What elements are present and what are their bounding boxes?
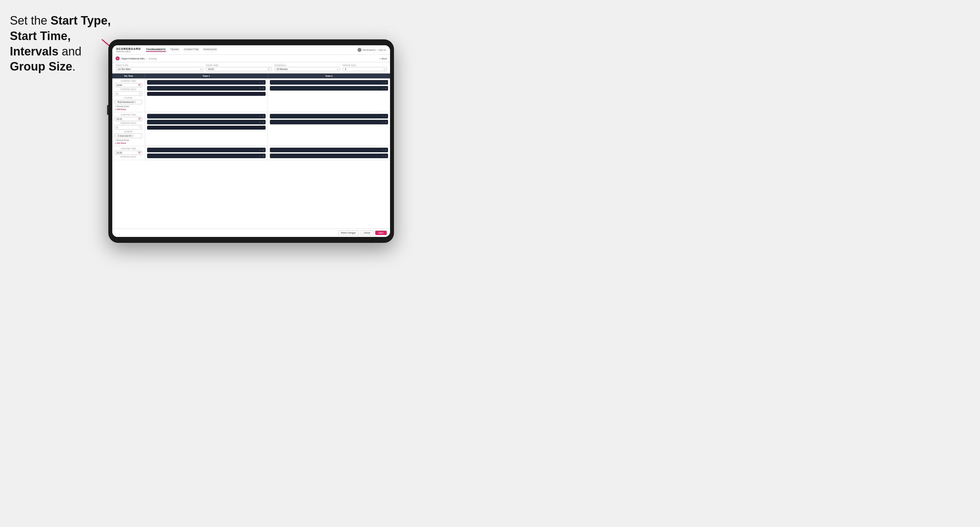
x-icon-8[interactable]: ✕ xyxy=(382,121,383,123)
nav-links: TOURNAMENTS TEAMS COMMITTEE RANKINGS xyxy=(146,48,358,52)
settings-icon-9[interactable]: ⚙ xyxy=(262,149,264,151)
remove-group-btn-1[interactable]: ○Remove Group xyxy=(115,105,142,107)
groups-content: STARTING TIME: 10:00 ⏰ STARTING HOLE: 1 … xyxy=(112,78,390,229)
intervals-value: 10 Minutes xyxy=(277,68,288,70)
player-slot-5-2: ✕ ⚙ xyxy=(147,154,266,158)
course-input-1[interactable]: ⚑ (A) Peachtree GC ✕ xyxy=(115,100,142,104)
group-size-select[interactable]: 3 ▾ xyxy=(343,67,387,71)
x-icon-12[interactable]: ✕ xyxy=(382,155,383,157)
nav-rankings[interactable]: RANKINGS xyxy=(204,48,217,52)
course-remove-2[interactable]: ✕ xyxy=(132,135,133,137)
breadcrumb-tournament[interactable]: Clippd Invitational (Me) xyxy=(121,57,145,60)
player-slot-3-2: ✕ ⚙ xyxy=(147,120,266,124)
x-icon-7[interactable]: ✕ xyxy=(382,115,383,117)
settings-icon-6[interactable]: ⚙ xyxy=(262,121,264,123)
x-icon-2[interactable]: ✕ xyxy=(259,87,261,90)
settings-icon-3[interactable]: ⚙ xyxy=(385,81,387,84)
course-label-1: COURSE: xyxy=(115,97,142,99)
intervals-label: Intervals xyxy=(274,64,340,66)
tablet-screen: SCOREBOARD Powered by clipp.io TOURNAMEN… xyxy=(112,45,390,237)
group-size-group: Group Size 3 ▾ xyxy=(343,64,387,71)
breadcrumb-bar: C Clippd Invitational (Me) › Hosting < B… xyxy=(112,55,390,62)
back-button[interactable]: < Back xyxy=(380,57,387,60)
team1-col-1: ✕ ⚙ ✕ ⚙ xyxy=(145,78,268,112)
settings-icon-7[interactable]: ⚙ xyxy=(385,115,387,117)
sign-out-link[interactable]: Sign out xyxy=(379,49,386,51)
tee-time-panel-1: STARTING TIME: 10:00 ⏰ STARTING HOLE: 1 … xyxy=(112,78,145,112)
group-size-label: Group Size xyxy=(343,64,387,66)
starting-hole-input-1[interactable]: 1 ▲▼ xyxy=(115,91,142,96)
player-slot-6-2: ✕ ⚙ xyxy=(270,154,388,158)
starting-time-input-3[interactable]: 10:20 ⏰ xyxy=(115,151,142,155)
x-icon-3[interactable]: ✕ xyxy=(382,81,383,84)
settings-icon-4[interactable]: ⚙ xyxy=(385,87,387,90)
clock-icon-3: ⏰ xyxy=(138,152,140,154)
team1-col-2: ✕ ⚙ ✕ ⚙ xyxy=(145,112,268,146)
starting-hole-input-2[interactable]: 1 ▲▼ xyxy=(115,125,142,130)
clock-icon-2: ⏰ xyxy=(138,118,140,120)
team2-col-2: ✕ ⚙ ✕ ⚙ xyxy=(268,112,390,146)
add-group-btn-1[interactable]: +Add Group xyxy=(115,108,142,110)
nav-teams[interactable]: TEAMS xyxy=(170,48,179,52)
start-type-value: 1st Tee Start xyxy=(118,68,130,70)
x-icon-10[interactable]: ✕ xyxy=(259,155,261,157)
starting-hole-label-3: STARTING HOLE: xyxy=(115,156,142,158)
start-time-label: Start Time xyxy=(206,64,272,66)
logo-sub: Powered by clipp.io xyxy=(116,51,141,52)
x-icon-4[interactable]: ✕ xyxy=(382,87,383,90)
remove-group-btn-2[interactable]: ○Remove Group xyxy=(115,139,142,141)
start-type-select[interactable]: 1st Tee Start ▾ xyxy=(116,67,203,71)
course-badge-1: ⚑ (A) Peachtree GC ✕ xyxy=(116,101,137,103)
breadcrumb-current: Hosting xyxy=(149,57,157,60)
cancel-button[interactable]: Cancel xyxy=(361,230,373,235)
course-remove-1[interactable]: ✕ xyxy=(134,101,135,103)
add-group-btn-2[interactable]: +Add Group xyxy=(115,142,142,144)
x-icon[interactable]: ✕ xyxy=(259,81,261,84)
course-badge-2: 🏌 East Lake GC ✕ xyxy=(116,135,134,137)
save-button[interactable]: Save xyxy=(375,231,387,235)
settings-icon-8[interactable]: ⚙ xyxy=(385,121,387,123)
starting-time-input-2[interactable]: 10:10 ⏰ xyxy=(115,117,142,121)
group-row-2: STARTING TIME: 10:10 ⏰ STARTING HOLE: 1 … xyxy=(112,112,390,146)
intervals-select[interactable]: 10 Minutes ▾ xyxy=(274,67,340,71)
tee-time-panel-3: STARTING TIME: 10:20 ⏰ STARTING HOLE: xyxy=(112,146,145,160)
start-time-select[interactable]: 10:00 🕙 xyxy=(206,67,272,71)
table-header: Tee Time Team 1 Team 2 xyxy=(112,73,390,78)
user-avatar xyxy=(358,48,361,52)
nav-committee[interactable]: COMMITTEE xyxy=(183,48,199,52)
x-icon-6[interactable]: ✕ xyxy=(259,121,261,123)
starting-hole-label-1: STARTING HOLE: xyxy=(115,88,142,90)
instruction-text: Set the Start Type, Start Time, Interval… xyxy=(10,13,111,75)
breadcrumb: Clippd Invitational (Me) › Hosting xyxy=(121,57,380,60)
tablet-frame: SCOREBOARD Powered by clipp.io TOURNAMEN… xyxy=(108,40,394,243)
reset-changes-button[interactable]: Reset Changes xyxy=(338,230,359,235)
nav-user: blair@clippd.io | Sign out xyxy=(358,48,386,52)
settings-icon-10[interactable]: ⚙ xyxy=(262,155,264,157)
starting-time-label-3: STARTING TIME: xyxy=(115,148,142,150)
settings-icon-11[interactable]: ⚙ xyxy=(385,149,387,151)
settings-icon-2[interactable]: ⚙ xyxy=(262,87,264,90)
x-icon-11[interactable]: ✕ xyxy=(382,149,383,151)
settings-icon-5[interactable]: ⚙ xyxy=(262,115,264,117)
player-slot-3-1: ✕ ⚙ xyxy=(147,114,266,119)
start-time-group: Start Time 10:00 🕙 xyxy=(206,64,272,71)
x-icon-5[interactable]: ✕ xyxy=(259,115,261,117)
nav-separator: | xyxy=(377,49,377,51)
starting-time-input-1[interactable]: 10:00 ⏰ xyxy=(115,83,142,87)
player-slot-4-2: ✕ ⚙ xyxy=(270,120,388,124)
settings-icon-12[interactable]: ⚙ xyxy=(385,155,387,157)
team2-col-3: ✕ ⚙ ✕ ⚙ xyxy=(268,146,390,160)
start-time-value: 10:00 xyxy=(208,68,214,70)
nav-tournaments[interactable]: TOURNAMENTS xyxy=(146,48,166,52)
settings-icon[interactable]: ⚙ xyxy=(262,81,264,84)
player-slot-4-1: ✕ ⚙ xyxy=(270,114,388,119)
starting-time-label-1: STARTING TIME: xyxy=(115,80,142,82)
clock-icon: 🕙 xyxy=(267,68,270,70)
course-input-2[interactable]: 🏌 East Lake GC ✕ xyxy=(115,133,142,138)
x-icon-9[interactable]: ✕ xyxy=(259,149,261,151)
starting-time-label-2: STARTING TIME: xyxy=(115,114,142,116)
player-slot-1-2: ✕ ⚙ xyxy=(147,86,266,90)
th-tee-time: Tee Time xyxy=(112,73,145,78)
th-team1: Team 1 xyxy=(145,73,268,78)
group-size-value: 3 xyxy=(345,68,346,70)
